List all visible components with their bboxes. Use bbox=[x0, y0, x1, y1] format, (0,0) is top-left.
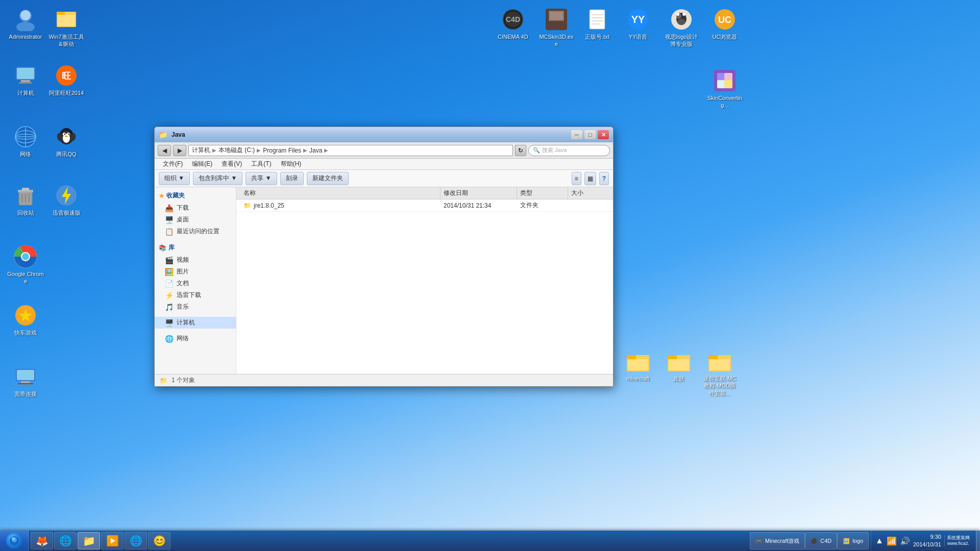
taskbar-label-minecraft[interactable]: 🎮 Minecraft游戏 bbox=[750, 532, 805, 549]
path-segment-programfiles[interactable]: Program Files bbox=[263, 147, 301, 154]
toolbar-details-toggle[interactable]: ▦ bbox=[584, 172, 596, 185]
taskbar-label-c4d[interactable]: ⚫ C4D bbox=[805, 532, 837, 549]
nav-item-video[interactable]: 🎬 视频 bbox=[155, 254, 236, 266]
nav-item-downloads[interactable]: 📥 下载 bbox=[155, 202, 236, 214]
menu-help[interactable]: 帮助(H) bbox=[277, 159, 306, 169]
nav-item-recent[interactable]: 📋 最近访问的位置 bbox=[155, 226, 236, 237]
tray-arrow-icon[interactable]: ▲ bbox=[875, 536, 884, 545]
close-button[interactable]: ✕ bbox=[598, 130, 609, 139]
address-path[interactable]: 计算机 ▶ 本地磁盘 (C:) ▶ Program Files ▶ Java ▶ bbox=[188, 145, 513, 156]
desktop-icon-kuaiche[interactable]: 快车游戏 bbox=[5, 301, 46, 338]
taskbar-item-ie[interactable]: 🌐 bbox=[125, 532, 147, 549]
menu-edit[interactable]: 编辑(E) bbox=[188, 159, 216, 169]
path-segment-computer[interactable]: 计算机 bbox=[192, 146, 210, 155]
toolbar-view-toggle[interactable]: ≡ bbox=[572, 172, 581, 185]
taskbar-item-explorer[interactable]: 📁 bbox=[78, 532, 100, 549]
desktop-icon-network[interactable]: 网络 bbox=[5, 122, 46, 160]
nav-item-desktop[interactable]: 🖥️ 桌面 bbox=[155, 214, 236, 226]
desktop-icon-broadband[interactable]: 宽带连接 bbox=[5, 362, 46, 399]
toolbar-include-library[interactable]: 包含到库中 ▼ bbox=[193, 172, 242, 185]
maximize-button[interactable]: □ bbox=[584, 130, 596, 139]
menu-file[interactable]: 文件(F) bbox=[159, 159, 187, 169]
window-toolbar: 组织 ▼ 包含到库中 ▼ 共享 ▼ 刻录 新建文件夹 ≡ ▦ ? bbox=[155, 170, 613, 187]
taskbar-item-media[interactable]: ▶️ bbox=[101, 532, 124, 549]
toolbar-new-folder[interactable]: 新建文件夹 bbox=[307, 172, 349, 185]
taskbar-items: 🦊 🌐 📁 ▶️ 🌐 😊 bbox=[29, 531, 871, 551]
uc-icon: UC bbox=[713, 7, 737, 32]
taskbar-item-uc[interactable]: 🦊 bbox=[31, 532, 53, 549]
nav-item-music[interactable]: 🎵 音乐 bbox=[155, 301, 236, 313]
desktop-icon-uc[interactable]: UC UC浏览器 bbox=[704, 5, 745, 42]
file-list: 名称 修改日期 类型 大小 📁 jre1.8.0_25 2014/10/31 2… bbox=[236, 187, 613, 374]
toolbar-organize[interactable]: 组织 ▼ bbox=[159, 172, 190, 185]
desktop-icon-shise[interactable]: 视思logo设计博专业版 bbox=[661, 5, 702, 50]
col-header-size[interactable]: 大小 bbox=[568, 187, 609, 199]
desktop-icon-recycle[interactable]: 回收站 bbox=[5, 181, 46, 218]
tray-volume-icon[interactable]: 🔊 bbox=[900, 536, 910, 546]
svg-point-41 bbox=[22, 253, 29, 260]
desktop-icon-mcskin[interactable]: MCSkin3D.exe bbox=[536, 5, 577, 50]
administrator-icon bbox=[13, 7, 38, 32]
start-button[interactable] bbox=[0, 531, 29, 551]
path-segment-java[interactable]: Java bbox=[309, 147, 322, 154]
desktop-icon-win7tools[interactable]: Win7激活工具&驱动 bbox=[46, 5, 87, 50]
svg-text:YY: YY bbox=[631, 14, 645, 25]
desktop-icon-computer[interactable]: 计算机 bbox=[5, 61, 46, 98]
taskbar-item-other[interactable]: 😊 bbox=[148, 532, 170, 549]
toolbar-help[interactable]: ? bbox=[599, 172, 609, 185]
svg-point-25 bbox=[64, 134, 66, 135]
refresh-button[interactable]: ↻ bbox=[515, 145, 526, 156]
col-header-date[interactable]: 修改日期 bbox=[440, 187, 517, 199]
taskbar-item-chrome[interactable]: 🌐 bbox=[54, 532, 77, 549]
svg-rect-80 bbox=[628, 359, 648, 370]
menu-tools[interactable]: 工具(T) bbox=[247, 159, 275, 169]
toolbar-burn[interactable]: 刻录 bbox=[280, 172, 304, 185]
computer-label: 计算机 bbox=[17, 89, 34, 96]
col-header-name[interactable]: 名称 bbox=[240, 187, 440, 199]
desktop-icon-cinema4d[interactable]: C4D CINEMA 4D bbox=[493, 5, 533, 42]
nav-item-pictures[interactable]: 🖼️ 图片 bbox=[155, 266, 236, 278]
desktop-icon-yy[interactable]: YY YY语音 bbox=[618, 5, 658, 42]
desktop-icon-zhengban[interactable]: 正版号.txt bbox=[577, 5, 618, 42]
minecraft-label: minecraft bbox=[626, 375, 649, 382]
svg-text:UC: UC bbox=[718, 15, 731, 25]
taskbar-label-logo[interactable]: 🖼️ logo bbox=[837, 532, 869, 549]
forward-button[interactable]: ▶ bbox=[173, 145, 186, 156]
menu-view[interactable]: 查看(V) bbox=[217, 159, 246, 169]
nav-favorites-header[interactable]: ★ 收藏夹 bbox=[155, 189, 236, 202]
path-segment-c[interactable]: 本地磁盘 (C:) bbox=[218, 146, 255, 155]
folder-icon: 📁 bbox=[243, 202, 251, 209]
desktop-icon-thunder[interactable]: 迅雷极速版 bbox=[46, 181, 87, 218]
nav-item-thunderdownload[interactable]: ⚡ 迅雷下载 bbox=[155, 289, 236, 301]
svg-point-2 bbox=[20, 10, 31, 20]
tray-network-icon[interactable]: 📶 bbox=[887, 536, 897, 546]
svg-point-69 bbox=[682, 13, 685, 16]
table-row[interactable]: 📁 jre1.8.0_25 2014/10/31 21:34 文件夹 bbox=[236, 199, 613, 212]
back-button[interactable]: ◀ bbox=[158, 145, 171, 156]
toolbar-share[interactable]: 共享 ▼ bbox=[246, 172, 277, 185]
desktop-icon-qq[interactable]: 腾讯QQ bbox=[46, 122, 87, 160]
desktop-icon-skinconverting[interactable]: SkinConverting... bbox=[704, 66, 745, 111]
col-header-type[interactable]: 类型 bbox=[517, 187, 568, 199]
search-box[interactable]: 🔍 搜索 Java bbox=[528, 145, 610, 156]
svg-rect-83 bbox=[669, 359, 689, 370]
desktop-icon-minecraft[interactable]: minecraft bbox=[618, 347, 658, 384]
tray-sysinfo[interactable]: 系统重装网 www.fica2. bbox=[944, 535, 972, 546]
desktop-icon-mclink[interactable]: 迷你互联-MC教程-MOD插件安装... bbox=[699, 347, 740, 399]
desktop-icon-administrator[interactable]: Administrator bbox=[5, 5, 46, 42]
nav-library-header[interactable]: 📚 库 bbox=[155, 241, 236, 254]
tray-time[interactable]: 9:30 2014/10/31 bbox=[913, 533, 941, 549]
desktop-icon-chrome[interactable]: Google Chrome bbox=[5, 242, 46, 287]
show-desktop-button[interactable] bbox=[976, 531, 980, 551]
svg-rect-10 bbox=[19, 82, 32, 84]
desktop-icon-alibaba[interactable]: 旺 阿里旺旺2014 bbox=[46, 61, 87, 98]
broadband-label: 宽带连接 bbox=[14, 390, 37, 397]
nav-item-computer[interactable]: 🖥️ 计算机 bbox=[155, 317, 236, 329]
nav-network-label: 网络 bbox=[177, 334, 189, 343]
desktop-icon-pifu[interactable]: 皮肤 bbox=[658, 347, 699, 384]
minimize-button[interactable]: ─ bbox=[571, 130, 582, 139]
skinconverting-label: SkinConverting... bbox=[706, 94, 743, 109]
nav-item-network[interactable]: 🌐 网络 bbox=[155, 333, 236, 344]
svg-point-27 bbox=[65, 136, 68, 137]
nav-item-documents[interactable]: 📄 文档 bbox=[155, 278, 236, 289]
